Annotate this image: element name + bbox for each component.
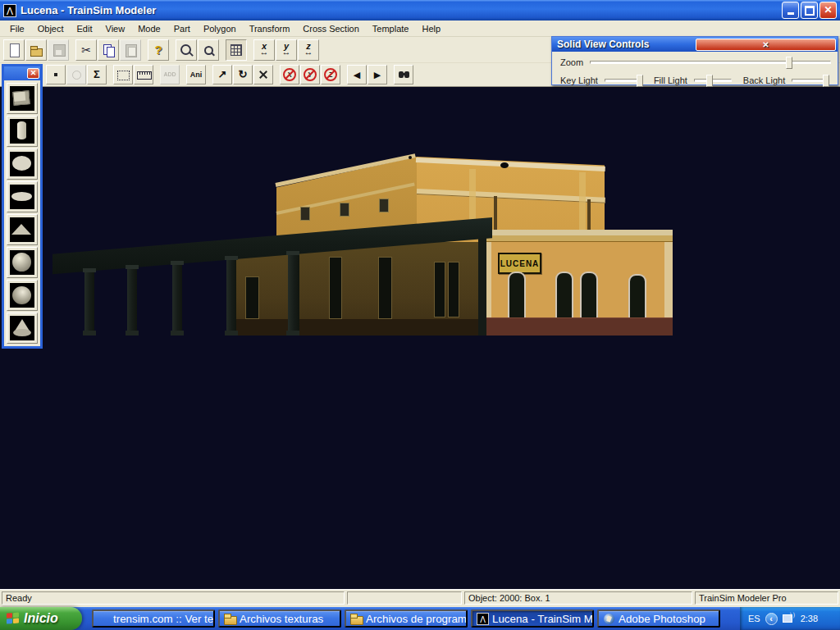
circle-button[interactable] xyxy=(66,65,86,84)
menu-item[interactable]: Template xyxy=(366,22,416,35)
scale-button[interactable] xyxy=(253,65,273,84)
axis-z-button[interactable]: z xyxy=(298,39,319,61)
menu-item[interactable]: Object xyxy=(31,22,71,35)
taskbar-item-lucena[interactable]: Λ Lucena - TrainSim Mo... xyxy=(471,609,594,628)
status-empty-pane xyxy=(347,591,462,605)
menu-bar: FileObjectEditViewModePartPolygonTransfo… xyxy=(0,21,840,37)
model-viewport[interactable]: LUCENA xyxy=(0,86,840,589)
rotate-icon: ↻ xyxy=(235,67,250,82)
animate-button[interactable]: Ani xyxy=(186,65,206,84)
canopy-column xyxy=(172,261,182,336)
grid-button[interactable] xyxy=(226,39,247,61)
zoom-slider-thumb[interactable] xyxy=(786,57,792,69)
shape-disc-button[interactable] xyxy=(7,181,38,212)
shape-cone-button[interactable] xyxy=(7,313,38,344)
lock-y-button[interactable]: Y xyxy=(300,65,320,84)
shape-cylinder-button[interactable] xyxy=(7,116,38,147)
canopy-column xyxy=(127,265,137,336)
rotate-button[interactable]: ↻ xyxy=(233,65,253,84)
prev-button[interactable]: ◀ xyxy=(347,65,367,84)
copy-button[interactable] xyxy=(98,39,119,61)
app-logo-icon: Λ xyxy=(3,4,16,17)
back-light-slider[interactable] xyxy=(792,79,829,82)
panel-title: Solid View Controls xyxy=(557,39,696,50)
point-button[interactable] xyxy=(46,65,66,84)
station-upper-window xyxy=(300,207,310,221)
paste-button[interactable] xyxy=(120,39,141,61)
palette-close-icon[interactable]: ✕ xyxy=(27,68,39,79)
display-network-icon[interactable] xyxy=(783,613,796,624)
ruler-icon xyxy=(136,67,151,82)
taskbar-item-trensim[interactable]: trensim.com :: Ver te... xyxy=(92,609,215,628)
ani-icon: Ani xyxy=(189,67,203,82)
zoom-out-icon xyxy=(201,43,216,57)
axis-y-icon: y xyxy=(279,43,294,57)
key-light-slider-thumb[interactable] xyxy=(637,75,643,87)
fill-light-slider[interactable] xyxy=(694,79,732,82)
shape-ellipse-button[interactable] xyxy=(7,148,38,180)
zoom-out-button[interactable] xyxy=(198,39,219,61)
taskbar-item-archivos-texturas[interactable]: Archivos texturas xyxy=(218,609,341,628)
key-light-slider[interactable] xyxy=(605,79,642,82)
taskbar-item-archivos-programa[interactable]: Archivos de programa xyxy=(345,609,468,628)
menu-item[interactable]: Mode xyxy=(131,22,167,35)
add-button[interactable]: ADD xyxy=(160,65,180,84)
shape-palette: ✕ xyxy=(2,64,43,349)
minimize-button[interactable] xyxy=(782,2,799,19)
axis-x-button[interactable]: x xyxy=(253,39,275,61)
marquee-select-button[interactable] xyxy=(113,65,133,84)
axis-y-button[interactable]: y xyxy=(276,39,297,61)
sigma-button[interactable]: Σ xyxy=(87,65,107,84)
help-button[interactable]: ? xyxy=(148,39,169,61)
new-button[interactable] xyxy=(3,39,25,61)
restore-button[interactable] xyxy=(801,2,818,19)
help-icon: ? xyxy=(151,43,166,57)
shape-box-button[interactable] xyxy=(7,83,38,114)
lock-x-button[interactable]: X xyxy=(280,65,299,84)
menu-item[interactable]: Cross Section xyxy=(296,22,365,35)
shape-palette-titlebar[interactable]: ✕ xyxy=(4,66,40,80)
fill-light-slider-thumb[interactable] xyxy=(706,75,713,87)
back-light-slider-thumb[interactable] xyxy=(823,75,829,87)
shape-geosphere-icon xyxy=(10,283,34,308)
station-wall-base xyxy=(483,317,673,336)
station-pilaster xyxy=(579,172,586,231)
window-title: Lucena - TrainSim Modeler xyxy=(21,4,780,16)
cut-scissors-icon: ✂ xyxy=(79,43,94,57)
menu-item[interactable]: Transform xyxy=(243,22,297,35)
open-button[interactable] xyxy=(25,39,47,61)
shape-wedge-button[interactable] xyxy=(7,214,38,245)
menu-item[interactable]: File xyxy=(3,22,31,35)
lock-z-button[interactable]: Z xyxy=(321,65,340,84)
language-indicator[interactable]: ES xyxy=(748,614,760,623)
grid-icon xyxy=(229,43,244,57)
clock[interactable]: 2:38 xyxy=(801,614,818,623)
app-window: Λ Lucena - TrainSim Modeler ✕ FileObject… xyxy=(0,0,840,630)
find-button[interactable] xyxy=(394,65,413,84)
save-button[interactable] xyxy=(48,39,69,61)
shape-sphere-button[interactable] xyxy=(7,247,38,278)
menu-item[interactable]: View xyxy=(99,22,132,35)
zoom-slider[interactable] xyxy=(590,61,831,64)
menu-item[interactable]: Part xyxy=(167,22,197,35)
taskbar-item-photoshop[interactable]: Adobe Photoshop xyxy=(597,609,720,628)
move-button[interactable]: ↗ xyxy=(212,65,232,84)
title-bar: Λ Lucena - TrainSim Modeler ✕ xyxy=(0,0,840,21)
shape-geosphere-button[interactable] xyxy=(7,280,38,311)
no-x-icon: X xyxy=(282,67,297,82)
tray-collapse-icon[interactable]: ‹ xyxy=(765,613,778,625)
zoom-in-button[interactable] xyxy=(176,39,197,61)
canopy-column xyxy=(226,256,236,336)
menu-item[interactable]: Help xyxy=(415,22,447,35)
menu-item[interactable]: Polygon xyxy=(197,22,243,35)
ruler-button[interactable] xyxy=(134,65,153,84)
cut-button[interactable]: ✂ xyxy=(75,39,97,61)
solid-view-controls-titlebar[interactable]: Solid View Controls ✕ xyxy=(552,37,838,52)
panel-close-icon[interactable]: ✕ xyxy=(696,39,836,51)
close-button[interactable]: ✕ xyxy=(819,2,837,19)
axis-z-icon: z xyxy=(301,43,316,57)
key-light-slider-label: Key Light xyxy=(560,75,598,85)
menu-item[interactable]: Edit xyxy=(71,22,99,35)
start-button[interactable]: Inicio xyxy=(0,607,82,630)
next-button[interactable]: ▶ xyxy=(368,65,387,84)
